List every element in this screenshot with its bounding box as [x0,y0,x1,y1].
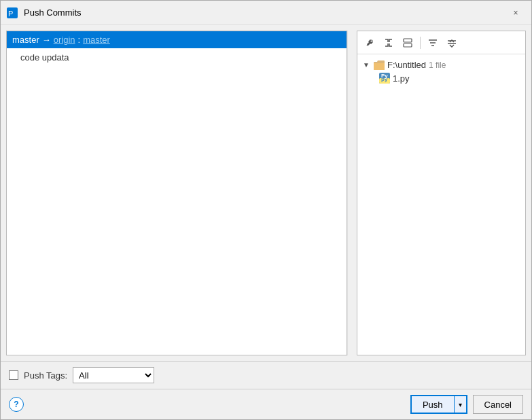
svg-text:P: P [8,10,13,18]
remote-branch-link[interactable]: master [83,35,110,45]
files-toolbar [357,31,525,54]
folder-name: F:\untitled [387,60,426,70]
expand-button[interactable] [380,35,397,51]
commit-branch-row[interactable]: master → origin : master [7,31,347,48]
arrow-icon: → [42,35,51,45]
layout-button[interactable] [400,35,416,51]
push-commits-dialog: P Push Commits × master → origin : maste… [0,0,532,420]
pin-button[interactable] [361,35,378,51]
push-tags-checkbox[interactable] [9,370,18,380]
close-button[interactable]: × [508,5,523,20]
help-button[interactable]: ? [9,397,24,412]
app-icon: P [6,7,18,19]
window-title: Push Commits [24,7,508,18]
left-scrollbar[interactable] [347,31,353,355]
svg-rect-5 [404,43,412,47]
folder-row[interactable]: ▼ F:\untitled 1 file [360,58,522,71]
file-tree: ▼ F:\untitled 1 file py Py [357,54,525,355]
toolbar-divider [420,37,421,49]
tags-select[interactable]: All Annotated None [73,367,154,383]
footer-bar: ? Push ▾ Cancel [1,389,531,419]
main-area: master → origin : master code updata [1,25,531,361]
remote-link[interactable]: origin [54,35,75,45]
bottom-bar: Push Tags: All Annotated None [1,361,531,389]
expand-arrow: ▼ [363,61,371,69]
svg-rect-4 [404,39,412,42]
file-name: 1.py [393,73,410,84]
left-panel-wrapper: master → origin : master code updata [6,31,353,355]
python-file-icon: py Py [379,73,390,84]
push-dropdown-arrow: ▾ [459,401,462,408]
branch-name: master [12,35,39,45]
filter-button[interactable] [425,35,441,51]
folder-icon [374,60,385,70]
commit-message: code updata [7,48,347,67]
collapse-all-button[interactable] [444,35,460,51]
file-count: 1 file [429,60,446,70]
svg-point-3 [370,40,372,42]
commits-panel: master → origin : master code updata [6,31,347,355]
push-tags-label: Push Tags: [24,370,67,381]
push-main-button[interactable]: Push [412,396,455,413]
svg-text:Py: Py [381,73,388,79]
file-row[interactable]: py Py 1.py [360,71,522,85]
cancel-button[interactable]: Cancel [473,395,523,414]
footer-buttons: Push ▾ Cancel [410,395,523,414]
separator: : [78,35,81,45]
push-dropdown-button[interactable]: ▾ [455,396,466,413]
push-button-group: Push ▾ [410,395,467,414]
files-panel: ▼ F:\untitled 1 file py Py [357,31,526,355]
title-bar: P Push Commits × [1,1,531,25]
